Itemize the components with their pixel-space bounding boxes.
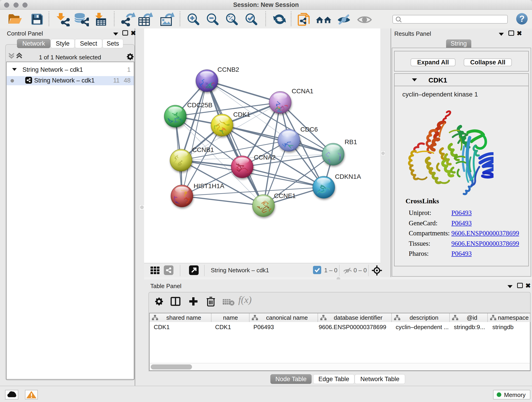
svg-text:?: ?	[519, 14, 525, 24]
svg-text:RB1: RB1	[345, 138, 357, 146]
svg-text:CCNB1: CCNB1	[192, 146, 214, 153]
svg-text:CDK1: CDK1	[233, 111, 250, 118]
svg-text:CDKN1A: CDKN1A	[335, 173, 361, 180]
svg-text:CDC25B: CDC25B	[187, 102, 212, 109]
svg-text:CCNE1: CCNE1	[274, 192, 296, 199]
svg-text:CDC6: CDC6	[300, 126, 318, 133]
svg-text:HIST1H1A: HIST1H1A	[194, 182, 224, 190]
svg-text:CCNA1: CCNA1	[292, 88, 313, 95]
svg-text:CCNA2: CCNA2	[254, 154, 276, 161]
svg-text:CCNB2: CCNB2	[217, 66, 239, 73]
